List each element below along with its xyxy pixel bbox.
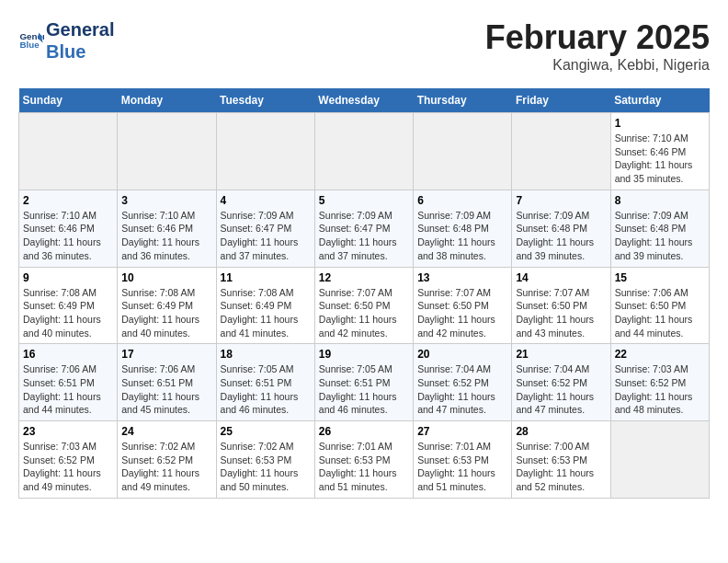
day-number: 21 <box>516 348 606 361</box>
day-cell: 28Sunrise: 7:00 AM Sunset: 6:53 PM Dayli… <box>512 421 610 499</box>
logo-icon: General Blue <box>18 28 44 53</box>
day-info: Sunrise: 7:02 AM Sunset: 6:53 PM Dayligh… <box>221 440 311 494</box>
day-cell: 19Sunrise: 7:05 AM Sunset: 6:51 PM Dayli… <box>314 344 413 421</box>
day-cell: 14Sunrise: 7:07 AM Sunset: 6:50 PM Dayli… <box>512 267 610 344</box>
day-cell: 22Sunrise: 7:03 AM Sunset: 6:52 PM Dayli… <box>610 344 709 421</box>
day-cell: 4Sunrise: 7:09 AM Sunset: 6:47 PM Daylig… <box>216 190 314 267</box>
calendar-subtitle: Kangiwa, Kebbi, Nigeria <box>485 57 710 74</box>
calendar-body: 1Sunrise: 7:10 AM Sunset: 6:46 PM Daylig… <box>19 113 710 499</box>
day-number: 23 <box>23 425 113 438</box>
day-number: 19 <box>319 348 409 361</box>
day-info: Sunrise: 7:08 AM Sunset: 6:49 PM Dayligh… <box>221 286 311 340</box>
day-info: Sunrise: 7:07 AM Sunset: 6:50 PM Dayligh… <box>417 286 507 340</box>
header-cell-wednesday: Wednesday <box>314 88 413 113</box>
day-cell: 18Sunrise: 7:05 AM Sunset: 6:51 PM Dayli… <box>216 344 314 421</box>
day-cell: 15Sunrise: 7:06 AM Sunset: 6:50 PM Dayli… <box>610 267 709 344</box>
day-cell: 10Sunrise: 7:08 AM Sunset: 6:49 PM Dayli… <box>118 267 216 344</box>
day-info: Sunrise: 7:00 AM Sunset: 6:53 PM Dayligh… <box>516 440 606 494</box>
header-cell-friday: Friday <box>512 88 610 113</box>
day-number: 14 <box>516 271 606 284</box>
day-info: Sunrise: 7:06 AM Sunset: 6:50 PM Dayligh… <box>615 286 705 340</box>
day-number: 11 <box>221 271 311 284</box>
day-cell: 9Sunrise: 7:08 AM Sunset: 6:49 PM Daylig… <box>19 267 118 344</box>
day-cell: 13Sunrise: 7:07 AM Sunset: 6:50 PM Dayli… <box>414 267 512 344</box>
day-number: 26 <box>319 425 409 438</box>
day-cell: 12Sunrise: 7:07 AM Sunset: 6:50 PM Dayli… <box>314 267 413 344</box>
day-info: Sunrise: 7:09 AM Sunset: 6:47 PM Dayligh… <box>221 209 311 263</box>
day-cell: 3Sunrise: 7:10 AM Sunset: 6:46 PM Daylig… <box>118 190 216 267</box>
day-cell: 8Sunrise: 7:09 AM Sunset: 6:48 PM Daylig… <box>610 190 709 267</box>
week-row-2: 2Sunrise: 7:10 AM Sunset: 6:46 PM Daylig… <box>19 190 710 267</box>
day-info: Sunrise: 7:08 AM Sunset: 6:49 PM Dayligh… <box>121 286 211 340</box>
day-cell: 2Sunrise: 7:10 AM Sunset: 6:46 PM Daylig… <box>19 190 118 267</box>
day-info: Sunrise: 7:04 AM Sunset: 6:52 PM Dayligh… <box>516 362 606 417</box>
day-info: Sunrise: 7:06 AM Sunset: 6:51 PM Dayligh… <box>121 362 211 417</box>
day-number: 16 <box>23 348 113 361</box>
header-cell-sunday: Sunday <box>19 88 118 113</box>
day-cell <box>216 113 314 190</box>
day-cell: 20Sunrise: 7:04 AM Sunset: 6:52 PM Dayli… <box>414 344 512 421</box>
logo-general: General <box>46 18 114 40</box>
header-cell-monday: Monday <box>118 88 216 113</box>
day-number: 3 <box>121 194 211 207</box>
day-number: 28 <box>516 425 606 438</box>
day-number: 2 <box>23 194 113 207</box>
day-number: 17 <box>121 348 211 361</box>
day-info: Sunrise: 7:09 AM Sunset: 6:48 PM Dayligh… <box>615 209 705 263</box>
day-number: 24 <box>121 425 211 438</box>
day-cell <box>314 113 413 190</box>
header-row: SundayMondayTuesdayWednesdayThursdayFrid… <box>19 88 710 113</box>
day-number: 15 <box>615 271 705 284</box>
day-cell: 23Sunrise: 7:03 AM Sunset: 6:52 PM Dayli… <box>19 421 118 499</box>
day-cell: 16Sunrise: 7:06 AM Sunset: 6:51 PM Dayli… <box>19 344 118 421</box>
day-cell: 6Sunrise: 7:09 AM Sunset: 6:48 PM Daylig… <box>414 190 512 267</box>
day-info: Sunrise: 7:04 AM Sunset: 6:52 PM Dayligh… <box>417 362 507 417</box>
day-cell <box>610 421 709 499</box>
day-info: Sunrise: 7:08 AM Sunset: 6:49 PM Dayligh… <box>23 286 113 340</box>
day-number: 4 <box>221 194 311 207</box>
calendar-table: SundayMondayTuesdayWednesdayThursdayFrid… <box>18 88 710 499</box>
day-info: Sunrise: 7:01 AM Sunset: 6:53 PM Dayligh… <box>417 440 507 494</box>
calendar-title: February 2025 <box>485 18 710 57</box>
header-cell-tuesday: Tuesday <box>216 88 314 113</box>
day-info: Sunrise: 7:09 AM Sunset: 6:47 PM Dayligh… <box>319 209 409 263</box>
day-info: Sunrise: 7:03 AM Sunset: 6:52 PM Dayligh… <box>615 362 705 417</box>
day-number: 1 <box>615 117 705 130</box>
day-number: 5 <box>319 194 409 207</box>
day-cell: 17Sunrise: 7:06 AM Sunset: 6:51 PM Dayli… <box>118 344 216 421</box>
svg-text:Blue: Blue <box>19 40 40 50</box>
week-row-5: 23Sunrise: 7:03 AM Sunset: 6:52 PM Dayli… <box>19 421 710 499</box>
day-cell: 1Sunrise: 7:10 AM Sunset: 6:46 PM Daylig… <box>610 113 709 190</box>
day-cell: 26Sunrise: 7:01 AM Sunset: 6:53 PM Dayli… <box>314 421 413 499</box>
day-cell: 7Sunrise: 7:09 AM Sunset: 6:48 PM Daylig… <box>512 190 610 267</box>
header-cell-thursday: Thursday <box>414 88 512 113</box>
day-cell <box>512 113 610 190</box>
day-number: 27 <box>417 425 507 438</box>
day-number: 22 <box>615 348 705 361</box>
day-info: Sunrise: 7:10 AM Sunset: 6:46 PM Dayligh… <box>23 209 113 263</box>
day-cell: 24Sunrise: 7:02 AM Sunset: 6:52 PM Dayli… <box>118 421 216 499</box>
logo-blue: Blue <box>46 40 114 63</box>
day-info: Sunrise: 7:10 AM Sunset: 6:46 PM Dayligh… <box>121 209 211 263</box>
day-number: 25 <box>221 425 311 438</box>
day-number: 8 <box>615 194 705 207</box>
day-number: 7 <box>516 194 606 207</box>
day-number: 20 <box>417 348 507 361</box>
day-cell: 21Sunrise: 7:04 AM Sunset: 6:52 PM Dayli… <box>512 344 610 421</box>
day-cell <box>19 113 118 190</box>
day-number: 9 <box>23 271 113 284</box>
title-block: February 2025 Kangiwa, Kebbi, Nigeria <box>485 18 710 74</box>
day-info: Sunrise: 7:01 AM Sunset: 6:53 PM Dayligh… <box>319 440 409 494</box>
day-info: Sunrise: 7:05 AM Sunset: 6:51 PM Dayligh… <box>319 362 409 417</box>
day-cell: 27Sunrise: 7:01 AM Sunset: 6:53 PM Dayli… <box>414 421 512 499</box>
day-info: Sunrise: 7:05 AM Sunset: 6:51 PM Dayligh… <box>221 362 311 417</box>
calendar-header: SundayMondayTuesdayWednesdayThursdayFrid… <box>19 88 710 113</box>
page-header: General Blue General Blue February 2025 … <box>18 18 710 74</box>
day-cell <box>414 113 512 190</box>
day-info: Sunrise: 7:10 AM Sunset: 6:46 PM Dayligh… <box>615 132 705 186</box>
day-number: 18 <box>221 348 311 361</box>
day-number: 6 <box>417 194 507 207</box>
day-cell <box>118 113 216 190</box>
day-info: Sunrise: 7:07 AM Sunset: 6:50 PM Dayligh… <box>516 286 606 340</box>
logo: General Blue General Blue <box>18 18 114 63</box>
